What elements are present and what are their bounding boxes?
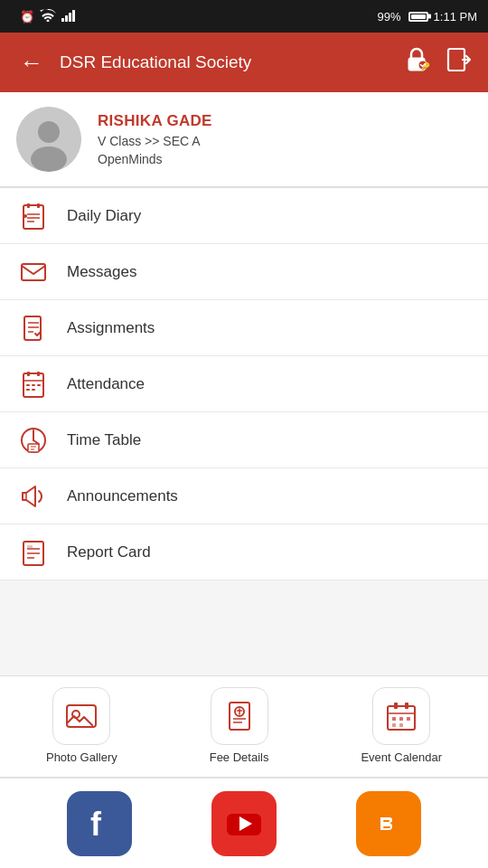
profile-class: V Class >> SEC A	[98, 134, 212, 148]
nav-bar: ← DSR Educational Society 🔑	[0, 33, 488, 92]
svg-rect-66	[383, 826, 390, 828]
attendance-icon	[18, 369, 49, 400]
svg-rect-3	[72, 10, 75, 22]
youtube-button[interactable]	[211, 791, 277, 856]
signal-icon	[61, 9, 78, 24]
time-table-icon	[18, 425, 49, 456]
status-time: 1:11 PM	[434, 10, 477, 24]
status-bar: ⏰ 99% 1:11 PM	[0, 0, 488, 33]
menu-item-time-table[interactable]: Time Table	[0, 412, 488, 468]
svg-rect-43	[27, 545, 33, 548]
menu-item-messages[interactable]: Messages	[0, 244, 488, 300]
menu-item-announcements[interactable]: Announcements	[0, 468, 488, 524]
svg-rect-12	[27, 203, 30, 208]
svg-rect-59	[392, 723, 396, 727]
menu-label-daily-diary: Daily Diary	[67, 207, 141, 225]
svg-rect-56	[392, 717, 396, 721]
blogger-button[interactable]	[356, 791, 421, 856]
back-button[interactable]: ←	[13, 47, 51, 78]
svg-rect-60	[399, 723, 403, 727]
menu-label-assignments: Assignments	[67, 319, 155, 337]
announcements-icon	[18, 481, 49, 512]
facebook-button[interactable]: f	[67, 791, 132, 856]
menu-label-report-card: Report Card	[67, 543, 151, 561]
menu-item-daily-diary[interactable]: Daily Diary	[0, 188, 488, 244]
svg-rect-57	[399, 717, 403, 721]
daily-diary-icon	[18, 201, 49, 231]
svg-rect-58	[407, 717, 410, 721]
menu-item-assignments[interactable]: Assignments	[0, 300, 488, 356]
profile-name: RISHIKA GADE	[98, 112, 212, 130]
svg-rect-65	[383, 820, 389, 822]
lock-icon-button[interactable]: 🔑	[399, 42, 434, 83]
svg-rect-54	[394, 703, 398, 709]
wifi-icon	[40, 9, 56, 24]
menu-label-announcements: Announcements	[67, 487, 178, 505]
svg-text:f: f	[90, 806, 102, 843]
menu-item-report-card[interactable]: Report Card	[0, 524, 488, 580]
photo-gallery-box	[52, 687, 110, 745]
bottom-item-event-calendar[interactable]: Event Calendar	[361, 687, 442, 764]
svg-rect-13	[37, 203, 40, 208]
battery-icon	[408, 12, 428, 22]
bottom-icon-bar: Photo Gallery Fee Details	[0, 675, 488, 778]
status-right: 99% 1:11 PM	[378, 10, 477, 24]
svg-rect-0	[61, 18, 64, 22]
report-card-icon	[18, 537, 49, 568]
bottom-item-photo-gallery[interactable]: Photo Gallery	[46, 687, 117, 764]
messages-icon	[18, 257, 49, 288]
avatar	[16, 107, 81, 172]
svg-rect-55	[405, 703, 408, 709]
bottom-label-fee-details: Fee Details	[210, 750, 269, 764]
svg-point-9	[38, 121, 60, 143]
fee-details-box	[211, 687, 268, 745]
svg-point-17	[23, 214, 27, 218]
event-calendar-box	[372, 687, 430, 745]
alarm-icon: ⏰	[20, 10, 34, 24]
bottom-item-fee-details[interactable]: Fee Details	[210, 687, 269, 764]
svg-rect-19	[24, 316, 41, 340]
menu-label-attendance: Attendance	[67, 375, 145, 393]
profile-info: RISHIKA GADE V Class >> SEC A OpenMinds	[98, 112, 212, 166]
bottom-label-photo-gallery: Photo Gallery	[46, 750, 117, 764]
svg-rect-35	[28, 444, 39, 452]
menu-item-attendance[interactable]: Attendance	[0, 356, 488, 412]
social-bar: f	[0, 778, 488, 868]
menu-label-messages: Messages	[67, 263, 136, 281]
svg-point-10	[31, 146, 67, 172]
assignments-icon	[18, 313, 49, 344]
menu-list: Daily Diary Messages Assignments	[0, 187, 488, 580]
nav-icons: 🔑	[399, 42, 475, 83]
profile-section: RISHIKA GADE V Class >> SEC A OpenMinds	[0, 92, 488, 187]
svg-rect-24	[27, 372, 30, 376]
svg-rect-1	[65, 15, 68, 22]
battery-percent: 99%	[378, 10, 401, 24]
menu-label-time-table: Time Table	[67, 431, 141, 449]
svg-rect-2	[69, 13, 71, 22]
nav-title: DSR Educational Society	[60, 52, 390, 72]
svg-rect-25	[37, 372, 40, 376]
logout-icon-button[interactable]	[443, 43, 475, 81]
profile-school: OpenMinds	[98, 152, 212, 166]
svg-rect-18	[22, 264, 45, 280]
bottom-label-event-calendar: Event Calendar	[361, 750, 442, 764]
